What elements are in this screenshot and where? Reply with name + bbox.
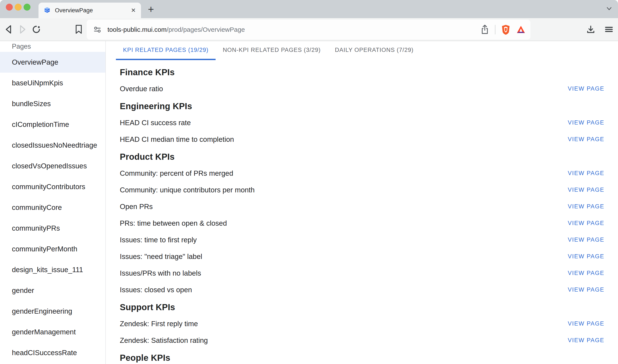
tab-search-chevron-icon[interactable] — [605, 6, 613, 11]
kpi-label: Overdue ratio — [120, 85, 163, 93]
kpi-label: Zendesk: Satisfaction rating — [120, 336, 208, 345]
view-page-link[interactable]: VIEW PAGE — [568, 203, 604, 210]
address-bar-actions — [480, 24, 526, 35]
view-page-link[interactable]: VIEW PAGE — [568, 136, 604, 143]
sidebar-item-OverviewPage[interactable]: OverviewPage — [0, 52, 105, 73]
toolbar-divider — [495, 25, 495, 34]
kpi-label: PRs: time between open & closed — [120, 219, 227, 227]
traffic-lights — [6, 4, 30, 11]
tab-close-icon[interactable]: ✕ — [130, 7, 137, 14]
kpi-row: PRs: time between open & closedVIEW PAGE — [120, 215, 604, 232]
refresh-button[interactable] — [29, 23, 43, 36]
sidebar-item-bundleSizes[interactable]: bundleSizes — [0, 93, 105, 114]
sidebar-item-cICompletionTime[interactable]: cICompletionTime — [0, 114, 105, 135]
kpi-label: Community: unique contributors per month — [120, 186, 255, 194]
sidebar-item-communityPRs[interactable]: communityPRs — [0, 218, 105, 239]
view-page-link[interactable]: VIEW PAGE — [568, 320, 604, 327]
forward-icon — [18, 24, 27, 35]
section-heading: People KPIs — [120, 350, 604, 364]
address-bar[interactable]: tools-public.mui.com/prod/pages/Overview… — [87, 20, 530, 39]
bookmark-button[interactable] — [72, 23, 86, 36]
window-zoom-button[interactable] — [24, 4, 30, 11]
window-minimize-button[interactable] — [15, 4, 22, 11]
url-host: tools-public.mui.com — [107, 26, 167, 33]
sidebar-item-genderEngineering[interactable]: genderEngineering — [0, 301, 105, 322]
kpi-row: HEAD CI success rateVIEW PAGE — [120, 114, 604, 131]
bookmark-icon — [74, 24, 83, 35]
kpi-row: Zendesk: First reply timeVIEW PAGE — [120, 315, 604, 332]
view-page-link[interactable]: VIEW PAGE — [568, 187, 604, 193]
hamburger-menu-icon — [604, 25, 614, 34]
kpi-label: Issues/PRs with no labels — [120, 269, 201, 277]
tab-non-kpi-related[interactable]: NON-KPI RELATED PAGES (3/29) — [216, 41, 328, 60]
sidebar-item-genderManagement[interactable]: genderManagement — [0, 322, 105, 342]
toolpad-favicon-icon — [44, 7, 51, 14]
sidebar-item-communityContributors[interactable]: communityContributors — [0, 176, 105, 197]
view-page-link[interactable]: VIEW PAGE — [568, 253, 604, 260]
kpi-label: HEAD CI median time to completion — [120, 135, 234, 143]
section-heading: Product KPIs — [120, 148, 604, 165]
kpi-row: Open PRsVIEW PAGE — [120, 198, 604, 215]
view-page-link[interactable]: VIEW PAGE — [568, 337, 604, 344]
site-settings-icon[interactable] — [92, 25, 102, 35]
section-heading: Support KPIs — [120, 299, 604, 315]
kpi-row: Issues: time to first replyVIEW PAGE — [120, 232, 604, 248]
tab-strip: OverviewPage ✕ + — [0, 0, 618, 18]
view-page-link[interactable]: VIEW PAGE — [568, 286, 604, 293]
sidebar-item-design_kits_issue_111[interactable]: design_kits_issue_111 — [0, 259, 105, 280]
kpi-row: Issues: "need triage" labelVIEW PAGE — [120, 248, 604, 265]
kpi-row: Issues/PRs with no labelsVIEW PAGE — [120, 265, 604, 281]
tab-kpi-related[interactable]: KPI RELATED PAGES (19/29) — [116, 41, 216, 60]
kpi-label: Open PRs — [120, 203, 153, 211]
url-text: tools-public.mui.com/prod/pages/Overview… — [107, 26, 480, 33]
view-page-link[interactable]: VIEW PAGE — [568, 236, 604, 243]
kpi-label: HEAD CI success rate — [120, 119, 191, 127]
view-page-link[interactable]: VIEW PAGE — [568, 85, 604, 92]
category-tabs: KPI RELATED PAGES (19/29)NON-KPI RELATED… — [116, 41, 604, 60]
menu-button[interactable] — [602, 23, 616, 36]
download-icon — [586, 25, 596, 34]
sidebar-header: Pages — [0, 41, 105, 52]
brave-shields-icon[interactable] — [501, 24, 511, 35]
browser-window: OverviewPage ✕ + — [0, 0, 618, 364]
brave-rewards-bat-icon[interactable] — [516, 25, 526, 34]
kpi-label: Community: percent of PRs merged — [120, 169, 233, 177]
sidebar-list: OverviewPagebaseUiNpmKpisbundleSizescICo… — [0, 52, 105, 363]
view-page-link[interactable]: VIEW PAGE — [568, 220, 604, 227]
url-path: /prod/pages/OverviewPage — [167, 26, 245, 33]
section-heading: Engineering KPIs — [120, 98, 604, 114]
view-page-link[interactable]: VIEW PAGE — [568, 170, 604, 177]
kpi-sections: Finance KPIsOverdue ratioVIEW PAGEEngine… — [120, 60, 604, 364]
sidebar-item-closedVsOpenedIssues[interactable]: closedVsOpenedIssues — [0, 156, 105, 176]
view-page-link[interactable]: VIEW PAGE — [568, 270, 604, 276]
kpi-row: HEAD CI median time to completionVIEW PA… — [120, 131, 604, 148]
kpi-label: Zendesk: First reply time — [120, 320, 198, 328]
refresh-icon — [31, 25, 41, 34]
share-icon[interactable] — [480, 24, 489, 35]
new-tab-button[interactable]: + — [145, 3, 157, 15]
sidebar-item-headCISuccessRate[interactable]: headCISuccessRate — [0, 342, 105, 363]
back-button[interactable] — [2, 23, 15, 36]
tab-title: OverviewPage — [55, 7, 130, 14]
kpi-row: Zendesk: Satisfaction ratingVIEW PAGE — [120, 332, 604, 349]
sidebar-item-communityCore[interactable]: communityCore — [0, 197, 105, 218]
forward-button[interactable] — [15, 23, 29, 36]
view-page-link[interactable]: VIEW PAGE — [568, 119, 604, 126]
toolbar-right — [584, 23, 616, 36]
window-close-button[interactable] — [6, 4, 13, 11]
kpi-label: Issues: time to first reply — [120, 236, 197, 244]
page-body: Pages OverviewPagebaseUiNpmKpisbundleSiz… — [0, 41, 618, 364]
back-icon — [4, 24, 13, 35]
tab-daily-operations[interactable]: DAILY OPERATIONS (7/29) — [328, 41, 421, 60]
main-content: KPI RELATED PAGES (19/29)NON-KPI RELATED… — [106, 41, 618, 364]
browser-tab[interactable]: OverviewPage ✕ — [39, 3, 141, 18]
kpi-row: Community: unique contributors per month… — [120, 182, 604, 198]
kpi-row: Community: percent of PRs mergedVIEW PAG… — [120, 165, 604, 182]
sidebar-item-closedIssuesNoNeedtriage[interactable]: closedIssuesNoNeedtriage — [0, 135, 105, 156]
sidebar-item-baseUiNpmKpis[interactable]: baseUiNpmKpis — [0, 73, 105, 93]
sidebar-item-gender[interactable]: gender — [0, 280, 105, 301]
kpi-label: Issues: closed vs open — [120, 286, 192, 294]
sidebar-item-communityPerMonth[interactable]: communityPerMonth — [0, 239, 105, 259]
kpi-label: Issues: "need triage" label — [120, 252, 202, 261]
downloads-button[interactable] — [584, 23, 598, 36]
